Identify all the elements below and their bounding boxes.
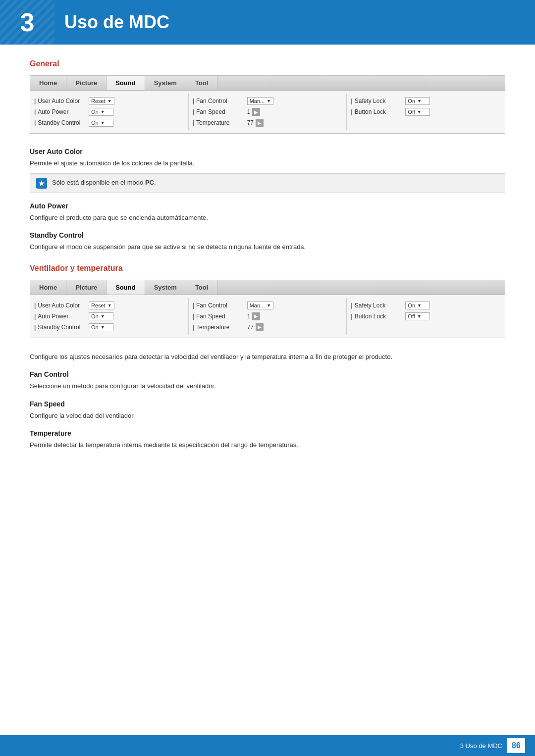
row-user-auto-color-1: User Auto Color Reset ▼ <box>34 96 184 106</box>
select-reset-1[interactable]: Reset ▼ <box>89 97 114 105</box>
tab-system-2[interactable]: System <box>145 280 186 295</box>
arrow-fan-control-1: ▼ <box>267 99 271 103</box>
fan-col3: Safety Lock On ▼ Button Lock Off ▼ <box>347 298 505 335</box>
row-user-auto-color-2: User Auto Color Reset ▼ <box>34 300 184 311</box>
label-fan-control-1: Fan Control <box>193 98 247 104</box>
label-temperature-2: Temperature <box>193 324 247 331</box>
label-user-auto-color-2: User Auto Color <box>34 302 89 309</box>
select-auto-power-1[interactable]: On ▼ <box>89 108 113 116</box>
select-fan-control-1[interactable]: Man... ▼ <box>247 97 274 105</box>
chapter-title: Uso de MDC <box>64 12 169 33</box>
fan-section-title: Ventilador y temperatura <box>30 264 505 273</box>
tab-home-1[interactable]: Home <box>30 76 66 90</box>
row-fan-speed-1: Fan Speed 1 ▶ <box>193 106 343 117</box>
text-fan-speed: Configure la velocidad del ventilador. <box>30 411 505 421</box>
arrow-standby-1: ▼ <box>101 120 105 125</box>
select-standby-1[interactable]: On ▼ <box>89 119 113 127</box>
fan-col1: User Auto Color Reset ▼ Auto Power On ▼ … <box>30 298 189 335</box>
fan-col2: Fan Control Man... ▼ Fan Speed 1 ▶ Tempe… <box>189 298 347 335</box>
label-button-lock-2: Button Lock <box>351 313 405 320</box>
select-standby-2[interactable]: On ▼ <box>89 323 113 331</box>
label-safety-lock-1: Safety Lock <box>351 98 405 104</box>
heading-standby-control: Standby Control <box>30 231 505 239</box>
row-auto-power-1: Auto Power On ▼ <box>34 106 184 117</box>
page-number: 86 <box>507 738 525 753</box>
text-standby-control: Configure el modo de suspensión para que… <box>30 242 505 252</box>
select-auto-power-2[interactable]: On ▼ <box>89 312 113 320</box>
tab-sound-2[interactable]: Sound <box>107 280 145 295</box>
label-user-auto-color-1: User Auto Color <box>34 98 89 104</box>
arrow-safety-lock-2: ▼ <box>417 303 422 308</box>
label-fan-control-2: Fan Control <box>193 302 247 309</box>
row-temperature-1: Temperature 77 ▶ <box>193 117 343 128</box>
label-temperature-1: Temperature <box>193 119 247 126</box>
fan-table-header: Home Picture Sound System Tool <box>30 280 505 295</box>
arrow-reset-2: ▼ <box>107 303 112 308</box>
row-auto-power-2: Auto Power On ▼ <box>34 311 184 322</box>
fan-table-body: User Auto Color Reset ▼ Auto Power On ▼ … <box>30 295 505 338</box>
row-standby-1: Standby Control On ▼ <box>34 117 184 128</box>
general-col2: Fan Control Man... ▼ Fan Speed 1 ▶ Tempe… <box>189 94 347 130</box>
tab-home-2[interactable]: Home <box>30 280 66 295</box>
heading-auto-power: Auto Power <box>30 202 505 210</box>
fan-table: Home Picture Sound System Tool User Auto… <box>30 280 505 338</box>
label-auto-power-2: Auto Power <box>34 313 89 320</box>
heading-user-auto-color: User Auto Color <box>30 148 505 155</box>
select-fan-control-2[interactable]: Man... ▼ <box>247 302 274 309</box>
label-auto-power-1: Auto Power <box>34 108 89 115</box>
label-fan-speed-2: Fan Speed <box>193 313 247 320</box>
btn-temperature-right-1[interactable]: ▶ <box>256 119 264 127</box>
tab-system-1[interactable]: System <box>145 76 186 90</box>
select-button-lock-1[interactable]: Off ▼ <box>405 108 430 116</box>
heading-fan-speed: Fan Speed <box>30 400 505 408</box>
row-standby-2: Standby Control On ▼ <box>34 322 184 333</box>
arrow-auto-power-1: ▼ <box>101 109 105 114</box>
main-content: General Home Picture Sound System Tool U… <box>0 45 535 485</box>
footer-label: 3 Uso de MDC <box>460 742 502 750</box>
select-safety-lock-1[interactable]: On ▼ <box>405 97 430 105</box>
general-table-body: User Auto Color Reset ▼ Auto Power On ▼ … <box>30 91 505 133</box>
row-safety-lock-2: Safety Lock On ▼ <box>351 300 501 311</box>
general-section-title: General <box>30 59 505 68</box>
select-reset-2[interactable]: Reset ▼ <box>89 302 114 309</box>
chapter-number-block: 3 <box>0 0 54 45</box>
arrow-safety-lock-1: ▼ <box>417 99 422 103</box>
row-temperature-2: Temperature 77 ▶ <box>193 322 343 333</box>
label-safety-lock-2: Safety Lock <box>351 302 405 309</box>
row-fan-control-1: Fan Control Man... ▼ <box>193 96 343 106</box>
tab-picture-2[interactable]: Picture <box>66 280 107 295</box>
heading-temperature: Temperature <box>30 429 505 437</box>
row-button-lock-1: Button Lock Off ▼ <box>351 106 501 117</box>
btn-temperature-right-2[interactable]: ▶ <box>256 323 264 331</box>
text-temperature: Permite detectar la temperatura interna … <box>30 440 505 450</box>
general-col3: Safety Lock On ▼ Button Lock Off ▼ <box>347 94 505 130</box>
label-standby-1: Standby Control <box>34 119 89 126</box>
arrow-button-lock-2: ▼ <box>417 314 422 319</box>
arrow-button-lock-1: ▼ <box>417 109 422 114</box>
general-table: Home Picture Sound System Tool User Auto… <box>30 75 505 134</box>
btn-fan-speed-right-1[interactable]: ▶ <box>252 108 260 116</box>
note-text-1: Sólo está disponible en el modo PC. <box>52 178 156 188</box>
chapter-number: 3 <box>20 7 35 37</box>
tab-sound-1[interactable]: Sound <box>107 76 145 90</box>
text-auto-power: Configure el producto para que se encien… <box>30 213 505 223</box>
label-fan-speed-1: Fan Speed <box>193 108 247 115</box>
label-standby-2: Standby Control <box>34 324 89 331</box>
row-fan-control-2: Fan Control Man... ▼ <box>193 300 343 311</box>
chapter-title-block: Uso de MDC <box>54 0 535 45</box>
tab-tool-2[interactable]: Tool <box>186 280 217 295</box>
tab-picture-1[interactable]: Picture <box>66 76 107 90</box>
row-fan-speed-2: Fan Speed 1 ▶ <box>193 311 343 322</box>
label-button-lock-1: Button Lock <box>351 108 405 115</box>
tab-tool-1[interactable]: Tool <box>186 76 217 90</box>
heading-fan-control: Fan Control <box>30 370 505 378</box>
arrow-auto-power-2: ▼ <box>101 314 105 319</box>
text-fan-control: Seleccione un método para configurar la … <box>30 381 505 391</box>
btn-fan-speed-right-2[interactable]: ▶ <box>252 312 260 320</box>
select-safety-lock-2[interactable]: On ▼ <box>405 302 430 309</box>
fan-intro-text: Configure los ajustes necesarios para de… <box>30 352 505 362</box>
select-button-lock-2[interactable]: Off ▼ <box>405 312 430 320</box>
row-safety-lock-1: Safety Lock On ▼ <box>351 96 501 106</box>
row-button-lock-2: Button Lock Off ▼ <box>351 311 501 322</box>
arrow-reset-1: ▼ <box>107 99 112 103</box>
